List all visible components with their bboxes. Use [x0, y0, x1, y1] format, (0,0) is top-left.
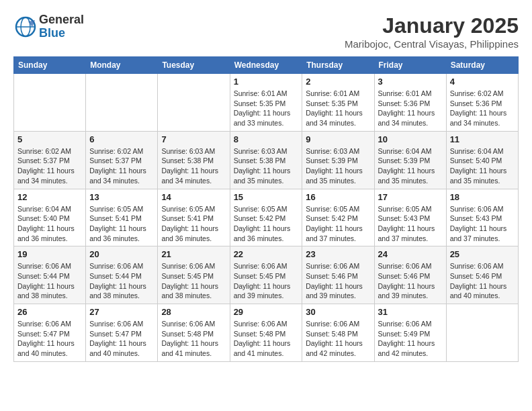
calendar-cell — [446, 304, 518, 362]
calendar-cell: 16Sunrise: 6:05 AM Sunset: 5:42 PM Dayli… — [302, 189, 374, 246]
calendar-cell: 6Sunrise: 6:02 AM Sunset: 5:37 PM Daylig… — [86, 131, 158, 189]
day-info: Sunrise: 6:01 AM Sunset: 5:35 PM Dayligh… — [306, 89, 370, 128]
calendar-cell: 1Sunrise: 6:01 AM Sunset: 5:35 PM Daylig… — [230, 74, 302, 132]
weekday-header-monday: Monday — [86, 57, 158, 74]
day-number: 17 — [378, 192, 443, 202]
calendar-cell: 26Sunrise: 6:06 AM Sunset: 5:47 PM Dayli… — [14, 304, 86, 362]
calendar-cell: 18Sunrise: 6:06 AM Sunset: 5:43 PM Dayli… — [446, 189, 518, 246]
location-title: Maribojoc, Central Visayas, Philippines — [345, 38, 519, 50]
calendar-cell: 24Sunrise: 6:06 AM Sunset: 5:46 PM Dayli… — [374, 246, 446, 304]
day-info: Sunrise: 6:01 AM Sunset: 5:35 PM Dayligh… — [234, 89, 299, 128]
day-info: Sunrise: 6:06 AM Sunset: 5:46 PM Dayligh… — [450, 261, 515, 301]
day-number: 24 — [378, 249, 443, 259]
logo: General Blue — [13, 13, 84, 40]
calendar-cell: 27Sunrise: 6:06 AM Sunset: 5:47 PM Dayli… — [86, 304, 158, 362]
calendar-cell: 4Sunrise: 6:02 AM Sunset: 5:36 PM Daylig… — [446, 74, 518, 132]
day-number: 9 — [306, 134, 370, 144]
logo-blue: Blue — [39, 27, 84, 40]
day-number: 8 — [234, 134, 299, 144]
day-info: Sunrise: 6:03 AM Sunset: 5:39 PM Dayligh… — [306, 146, 370, 186]
day-info: Sunrise: 6:03 AM Sunset: 5:38 PM Dayligh… — [161, 146, 226, 186]
day-number: 18 — [450, 192, 515, 202]
calendar-cell: 20Sunrise: 6:06 AM Sunset: 5:44 PM Dayli… — [86, 246, 158, 304]
calendar-cell — [158, 74, 230, 132]
day-info: Sunrise: 6:06 AM Sunset: 5:46 PM Dayligh… — [378, 261, 443, 301]
day-info: Sunrise: 6:02 AM Sunset: 5:37 PM Dayligh… — [17, 146, 82, 186]
day-number: 4 — [450, 77, 515, 87]
calendar-cell — [86, 74, 158, 132]
day-number: 27 — [89, 307, 154, 317]
weekday-header-saturday: Saturday — [446, 57, 518, 74]
day-info: Sunrise: 6:06 AM Sunset: 5:47 PM Dayligh… — [89, 319, 154, 359]
calendar-cell: 30Sunrise: 6:06 AM Sunset: 5:48 PM Dayli… — [302, 304, 374, 362]
day-number: 14 — [161, 192, 226, 202]
page-header: General Blue January 2025 Maribojoc, Cen… — [13, 13, 519, 50]
day-info: Sunrise: 6:06 AM Sunset: 5:43 PM Dayligh… — [450, 204, 515, 244]
calendar-cell: 11Sunrise: 6:04 AM Sunset: 5:40 PM Dayli… — [446, 131, 518, 189]
day-info: Sunrise: 6:05 AM Sunset: 5:42 PM Dayligh… — [234, 204, 299, 244]
day-info: Sunrise: 6:06 AM Sunset: 5:48 PM Dayligh… — [234, 319, 299, 359]
day-number: 23 — [306, 249, 370, 259]
day-info: Sunrise: 6:04 AM Sunset: 5:40 PM Dayligh… — [450, 146, 515, 186]
calendar-cell: 10Sunrise: 6:04 AM Sunset: 5:39 PM Dayli… — [374, 131, 446, 189]
weekday-header-tuesday: Tuesday — [158, 57, 230, 74]
weekday-header-wednesday: Wednesday — [230, 57, 302, 74]
day-number: 20 — [89, 249, 154, 259]
calendar-cell: 14Sunrise: 6:05 AM Sunset: 5:41 PM Dayli… — [158, 189, 230, 246]
day-number: 10 — [378, 134, 443, 144]
calendar-week-row: 1Sunrise: 6:01 AM Sunset: 5:35 PM Daylig… — [14, 74, 519, 132]
day-info: Sunrise: 6:06 AM Sunset: 5:45 PM Dayligh… — [234, 261, 299, 301]
calendar-cell: 21Sunrise: 6:06 AM Sunset: 5:45 PM Dayli… — [158, 246, 230, 304]
calendar-cell: 2Sunrise: 6:01 AM Sunset: 5:35 PM Daylig… — [302, 74, 374, 132]
day-number: 12 — [17, 192, 82, 202]
calendar-cell: 19Sunrise: 6:06 AM Sunset: 5:44 PM Dayli… — [14, 246, 86, 304]
day-number: 2 — [306, 77, 370, 87]
day-number: 28 — [161, 307, 226, 317]
weekday-header-sunday: Sunday — [14, 57, 86, 74]
calendar-cell: 7Sunrise: 6:03 AM Sunset: 5:38 PM Daylig… — [158, 131, 230, 189]
day-info: Sunrise: 6:06 AM Sunset: 5:48 PM Dayligh… — [306, 319, 370, 359]
day-info: Sunrise: 6:05 AM Sunset: 5:43 PM Dayligh… — [378, 204, 443, 244]
calendar-cell — [14, 74, 86, 132]
calendar-cell: 31Sunrise: 6:06 AM Sunset: 5:49 PM Dayli… — [374, 304, 446, 362]
day-info: Sunrise: 6:06 AM Sunset: 5:45 PM Dayligh… — [161, 261, 226, 301]
day-number: 3 — [378, 77, 443, 87]
calendar-week-row: 5Sunrise: 6:02 AM Sunset: 5:37 PM Daylig… — [14, 131, 519, 189]
day-info: Sunrise: 6:02 AM Sunset: 5:36 PM Dayligh… — [450, 89, 515, 128]
logo-globe-icon — [13, 15, 38, 39]
day-info: Sunrise: 6:05 AM Sunset: 5:42 PM Dayligh… — [306, 204, 370, 244]
day-info: Sunrise: 6:06 AM Sunset: 5:44 PM Dayligh… — [17, 261, 82, 301]
calendar-cell: 28Sunrise: 6:06 AM Sunset: 5:48 PM Dayli… — [158, 304, 230, 362]
day-number: 19 — [17, 249, 82, 259]
day-number: 15 — [234, 192, 299, 202]
day-number: 31 — [378, 307, 443, 317]
calendar-week-row: 26Sunrise: 6:06 AM Sunset: 5:47 PM Dayli… — [14, 304, 519, 362]
calendar-cell: 8Sunrise: 6:03 AM Sunset: 5:38 PM Daylig… — [230, 131, 302, 189]
month-title: January 2025 — [345, 13, 519, 38]
day-number: 13 — [89, 192, 154, 202]
day-info: Sunrise: 6:02 AM Sunset: 5:37 PM Dayligh… — [89, 146, 154, 186]
calendar-cell: 3Sunrise: 6:01 AM Sunset: 5:36 PM Daylig… — [374, 74, 446, 132]
day-info: Sunrise: 6:06 AM Sunset: 5:49 PM Dayligh… — [378, 319, 443, 359]
day-number: 5 — [17, 134, 82, 144]
weekday-header-thursday: Thursday — [302, 57, 374, 74]
title-block: January 2025 Maribojoc, Central Visayas,… — [345, 13, 519, 50]
day-number: 11 — [450, 134, 515, 144]
calendar-cell: 22Sunrise: 6:06 AM Sunset: 5:45 PM Dayli… — [230, 246, 302, 304]
day-number: 1 — [234, 77, 299, 87]
day-number: 7 — [161, 134, 226, 144]
day-number: 26 — [17, 307, 82, 317]
calendar-cell: 9Sunrise: 6:03 AM Sunset: 5:39 PM Daylig… — [302, 131, 374, 189]
calendar-table: SundayMondayTuesdayWednesdayThursdayFrid… — [13, 56, 519, 362]
calendar-week-row: 12Sunrise: 6:04 AM Sunset: 5:40 PM Dayli… — [14, 189, 519, 246]
day-info: Sunrise: 6:01 AM Sunset: 5:36 PM Dayligh… — [378, 89, 443, 128]
calendar-cell: 15Sunrise: 6:05 AM Sunset: 5:42 PM Dayli… — [230, 189, 302, 246]
calendar-cell: 23Sunrise: 6:06 AM Sunset: 5:46 PM Dayli… — [302, 246, 374, 304]
day-info: Sunrise: 6:05 AM Sunset: 5:41 PM Dayligh… — [161, 204, 226, 244]
day-info: Sunrise: 6:06 AM Sunset: 5:48 PM Dayligh… — [161, 319, 226, 359]
logo-general: General — [39, 13, 84, 27]
day-number: 30 — [306, 307, 370, 317]
day-number: 25 — [450, 249, 515, 259]
day-info: Sunrise: 6:06 AM Sunset: 5:44 PM Dayligh… — [89, 261, 154, 301]
calendar-cell: 13Sunrise: 6:05 AM Sunset: 5:41 PM Dayli… — [86, 189, 158, 246]
